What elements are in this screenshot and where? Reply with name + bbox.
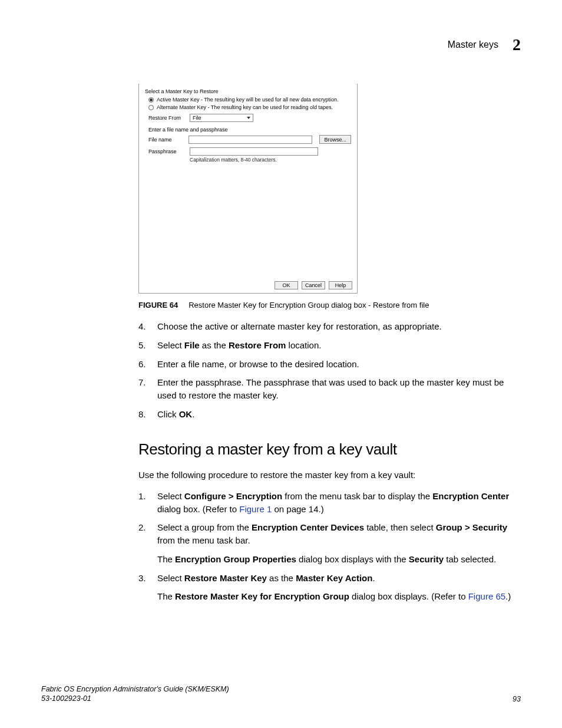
step-bold: File <box>184 340 200 350</box>
list-item: 8. Click OK. <box>138 408 521 421</box>
step-bold: Restore Master Key for Encryption Group <box>175 591 349 601</box>
radio-icon-unselected <box>148 105 154 110</box>
figure-text: Restore Master Key for Encryption Group … <box>189 301 429 309</box>
step-text: Select <box>157 340 184 350</box>
restore-from-value: File <box>193 115 201 121</box>
step-text: tab selected. <box>444 554 496 564</box>
step-bold: Security <box>409 554 444 564</box>
step-text: Select a group from the <box>157 522 252 532</box>
step-text: The <box>157 554 175 564</box>
cancel-button[interactable]: Cancel <box>302 281 325 289</box>
page-footer: Fabric OS Encryption Administrator's Gui… <box>41 684 521 704</box>
dialog-subhead: Enter a file name and passphrase <box>148 127 351 133</box>
footer-page-number: 93 <box>513 695 521 703</box>
figure-caption: FIGURE 64Restore Master Key for Encrypti… <box>138 301 521 309</box>
passphrase-hint: Capitalization matters, 8-40 characters. <box>190 157 351 163</box>
step-number: 7. <box>138 376 150 402</box>
list-item: 2. Select a group from the Encryption Ce… <box>138 521 521 565</box>
step-number: 4. <box>138 320 150 333</box>
step-bold: Encryption Center Devices <box>252 522 364 532</box>
radio-active-label: Active Master Key - The resulting key wi… <box>157 97 338 103</box>
page-header: Master keys 2 <box>41 35 521 54</box>
header-chapter-number: 2 <box>513 35 521 54</box>
chevron-down-icon <box>247 117 250 119</box>
list-item: 1. Select Configure > Encryption from th… <box>138 490 521 516</box>
step-text: dialog box. (Refer to <box>157 504 239 514</box>
steps-list-a: 4. Choose the active or alternate master… <box>138 320 521 421</box>
ok-button[interactable]: OK <box>275 281 298 289</box>
file-name-input[interactable] <box>189 136 313 144</box>
step-number: 8. <box>138 408 150 421</box>
step-text: as the <box>200 340 229 350</box>
radio-alternate-master-key[interactable]: Alternate Master Key - The resulting key… <box>148 104 351 110</box>
radio-active-master-key[interactable]: Active Master Key - The resulting key wi… <box>148 97 351 103</box>
step-bold: Configure > Encryption <box>184 491 282 501</box>
step-bold: Restore From <box>229 340 286 350</box>
restore-from-label: Restore From <box>148 115 186 121</box>
restore-master-key-dialog: Select a Master Key to Restore Active Ma… <box>138 84 358 294</box>
section-intro: Use the following procedure to restore t… <box>138 469 521 482</box>
footer-doc-id: 53-1002923-01 <box>41 694 229 703</box>
help-button[interactable]: Help <box>329 281 352 289</box>
step-text: Select <box>157 573 184 583</box>
step-text: Select <box>157 491 184 501</box>
browse-button[interactable]: Browse... <box>319 135 351 144</box>
step-number: 1. <box>138 490 150 516</box>
step-text: table, then select <box>364 522 436 532</box>
step-bold: Encryption Group Properties <box>175 554 296 564</box>
step-text: .) <box>505 591 511 601</box>
step-text: from the menu task bar to display the <box>282 491 432 501</box>
step-text: on page 14.) <box>272 504 323 514</box>
step-text: dialog box displays. (Refer to <box>349 591 468 601</box>
link-figure-1[interactable]: Figure 1 <box>239 504 272 514</box>
section-heading: Restoring a master key from a key vault <box>138 439 521 461</box>
list-item: 6. Enter a file name, or browse to the d… <box>138 358 521 371</box>
step-number: 5. <box>138 339 150 352</box>
step-text: . <box>372 573 375 583</box>
footer-doc-title: Fabric OS Encryption Administrator's Gui… <box>41 684 229 694</box>
step-number: 2. <box>138 521 150 565</box>
step-number: 6. <box>138 358 150 371</box>
step-text: Enter the passphrase. The passphrase tha… <box>157 377 504 400</box>
header-section-title: Master keys <box>448 39 498 50</box>
link-figure-65[interactable]: Figure 65 <box>468 591 505 601</box>
step-bold: OK <box>179 409 193 419</box>
passphrase-label: Passphrase <box>148 149 186 154</box>
radio-alternate-label: Alternate Master Key - The resulting key… <box>157 104 333 110</box>
step-text: The <box>157 591 175 601</box>
step-text: Choose the active or alternate master ke… <box>157 321 442 331</box>
passphrase-input[interactable] <box>190 147 318 156</box>
step-number: 3. <box>138 572 150 604</box>
list-item: 3. Select Restore Master Key as the Mast… <box>138 572 521 604</box>
step-text: from the menu task bar. <box>157 535 250 545</box>
file-name-label: File name <box>148 137 185 143</box>
step-bold: Encryption Center <box>432 491 509 501</box>
step-bold: Group > Security <box>436 522 507 532</box>
step-bold: Restore Master Key <box>184 573 267 583</box>
figure-number: FIGURE 64 <box>138 301 178 309</box>
dialog-section-label: Select a Master Key to Restore <box>145 88 351 94</box>
list-item: 5. Select File as the Restore From locat… <box>138 339 521 352</box>
steps-list-b: 1. Select Configure > Encryption from th… <box>138 490 521 603</box>
step-text: as the <box>267 573 296 583</box>
step-text: location. <box>286 340 321 350</box>
step-text: dialog box displays with the <box>296 554 409 564</box>
list-item: 4. Choose the active or alternate master… <box>138 320 521 333</box>
step-bold: Master Key Action <box>296 573 372 583</box>
radio-icon-selected <box>148 97 154 103</box>
restore-from-dropdown[interactable]: File <box>190 114 253 122</box>
list-item: 7. Enter the passphrase. The passphrase … <box>138 376 521 402</box>
step-text: . <box>192 409 194 419</box>
step-text: Enter a file name, or browse to the desi… <box>157 359 359 369</box>
step-text: Click <box>157 409 179 419</box>
